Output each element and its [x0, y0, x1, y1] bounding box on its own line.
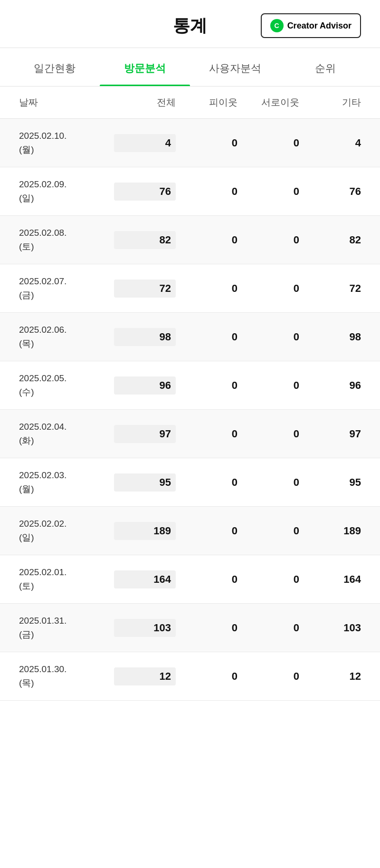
- other-cell: 164: [299, 573, 361, 586]
- col-header-pv: 피이웃: [176, 96, 238, 109]
- table-row: 2025.02.08.(토) 82 0 0 82: [0, 216, 380, 264]
- mutual-cell: 0: [238, 185, 299, 198]
- mutual-cell: 0: [238, 428, 299, 440]
- mutual-cell: 0: [238, 331, 299, 343]
- table-row: 2025.02.02.(일) 189 0 0 189: [0, 507, 380, 555]
- other-cell: 97: [299, 428, 361, 440]
- date-cell: 2025.02.06.(목): [19, 323, 114, 350]
- tab-rank[interactable]: 순위: [280, 48, 370, 86]
- other-cell: 103: [299, 622, 361, 634]
- date-cell: 2025.01.30.(목): [19, 663, 114, 690]
- table-row: 2025.02.09.(일) 76 0 0 76: [0, 167, 380, 216]
- table-body: 2025.02.10.(월) 4 0 0 4 2025.02.09.(일) 76…: [0, 119, 380, 701]
- pv-cell: 0: [176, 185, 238, 198]
- pv-cell: 0: [176, 573, 238, 586]
- table-row: 2025.02.01.(토) 164 0 0 164: [0, 555, 380, 604]
- other-cell: 72: [299, 282, 361, 295]
- mutual-cell: 0: [238, 137, 299, 149]
- mutual-cell: 0: [238, 573, 299, 586]
- pv-cell: 0: [176, 622, 238, 634]
- date-cell: 2025.02.10.(월): [19, 129, 114, 156]
- pv-cell: 0: [176, 234, 238, 246]
- total-cell: 98: [114, 328, 176, 346]
- col-header-total: 전체: [114, 96, 176, 109]
- header: 통계 C Creator Advisor: [0, 0, 380, 48]
- date-cell: 2025.02.03.(월): [19, 469, 114, 496]
- other-cell: 12: [299, 670, 361, 683]
- date-cell: 2025.02.05.(수): [19, 372, 114, 399]
- tab-visit[interactable]: 방문분석: [100, 48, 190, 86]
- total-cell: 76: [114, 183, 176, 201]
- col-header-date: 날짜: [19, 96, 114, 109]
- pv-cell: 0: [176, 379, 238, 392]
- date-cell: 2025.02.04.(화): [19, 420, 114, 447]
- creator-advisor-logo-icon: C: [270, 19, 284, 32]
- mutual-cell: 0: [238, 282, 299, 295]
- pv-cell: 0: [176, 670, 238, 683]
- other-cell: 189: [299, 525, 361, 537]
- tab-navigation: 일간현황 방문분석 사용자분석 순위: [0, 48, 380, 87]
- mutual-cell: 0: [238, 670, 299, 683]
- table-row: 2025.02.10.(월) 4 0 0 4: [0, 119, 380, 167]
- total-cell: 12: [114, 667, 176, 685]
- mutual-cell: 0: [238, 622, 299, 634]
- other-cell: 98: [299, 331, 361, 343]
- table-header: 날짜 전체 피이웃 서로이웃 기타: [0, 87, 380, 119]
- total-cell: 82: [114, 231, 176, 249]
- mutual-cell: 0: [238, 379, 299, 392]
- pv-cell: 0: [176, 282, 238, 295]
- date-cell: 2025.02.01.(토): [19, 566, 114, 593]
- date-cell: 2025.02.07.(금): [19, 275, 114, 302]
- date-cell: 2025.02.08.(토): [19, 226, 114, 253]
- total-cell: 103: [114, 619, 176, 637]
- table-row: 2025.01.30.(목) 12 0 0 12: [0, 652, 380, 701]
- pv-cell: 0: [176, 137, 238, 149]
- other-cell: 82: [299, 234, 361, 246]
- creator-advisor-label: Creator Advisor: [287, 21, 352, 31]
- pv-cell: 0: [176, 428, 238, 440]
- table-row: 2025.02.06.(목) 98 0 0 98: [0, 313, 380, 361]
- pv-cell: 0: [176, 476, 238, 489]
- pv-cell: 0: [176, 331, 238, 343]
- mutual-cell: 0: [238, 234, 299, 246]
- other-cell: 95: [299, 476, 361, 489]
- page-title: 통계: [133, 14, 247, 38]
- total-cell: 164: [114, 570, 176, 588]
- col-header-mutual: 서로이웃: [238, 96, 299, 109]
- total-cell: 189: [114, 522, 176, 540]
- tab-daily[interactable]: 일간현황: [10, 48, 100, 86]
- tab-user[interactable]: 사용자분석: [190, 48, 280, 86]
- table-row: 2025.02.05.(수) 96 0 0 96: [0, 361, 380, 410]
- other-cell: 96: [299, 379, 361, 392]
- date-cell: 2025.02.02.(일): [19, 517, 114, 544]
- total-cell: 96: [114, 376, 176, 395]
- creator-advisor-button[interactable]: C Creator Advisor: [261, 13, 361, 38]
- total-cell: 72: [114, 280, 176, 298]
- other-cell: 4: [299, 137, 361, 149]
- table-row: 2025.02.07.(금) 72 0 0 72: [0, 264, 380, 313]
- table-row: 2025.02.04.(화) 97 0 0 97: [0, 410, 380, 458]
- date-cell: 2025.01.31.(금): [19, 614, 114, 641]
- table-row: 2025.01.31.(금) 103 0 0 103: [0, 604, 380, 652]
- pv-cell: 0: [176, 525, 238, 537]
- total-cell: 4: [114, 134, 176, 152]
- stats-table: 날짜 전체 피이웃 서로이웃 기타 2025.02.10.(월) 4 0 0 4…: [0, 87, 380, 701]
- mutual-cell: 0: [238, 476, 299, 489]
- mutual-cell: 0: [238, 525, 299, 537]
- col-header-other: 기타: [299, 96, 361, 109]
- other-cell: 76: [299, 185, 361, 198]
- table-row: 2025.02.03.(월) 95 0 0 95: [0, 458, 380, 507]
- total-cell: 97: [114, 425, 176, 443]
- total-cell: 95: [114, 473, 176, 492]
- date-cell: 2025.02.09.(일): [19, 178, 114, 205]
